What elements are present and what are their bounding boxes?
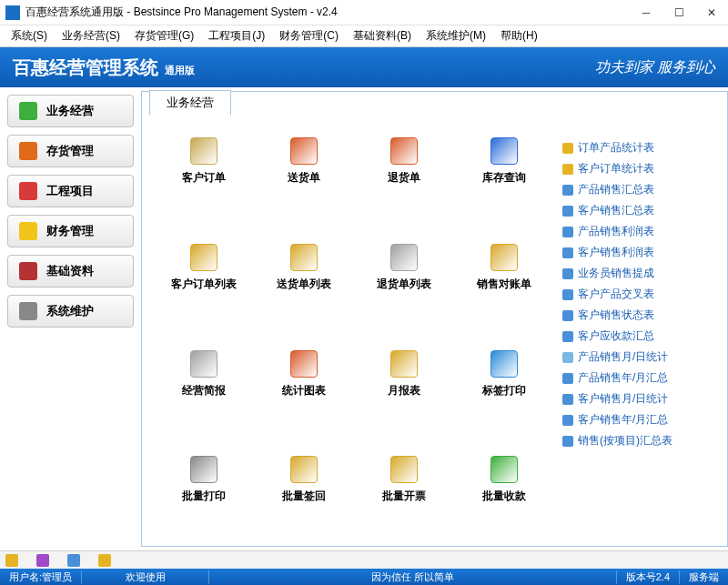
report-7[interactable]: 客户产品交叉表 — [562, 284, 685, 305]
report-icon — [562, 247, 573, 258]
minimize-button[interactable]: ─ — [630, 0, 662, 25]
report-12[interactable]: 客户销售月/日统计 — [562, 388, 685, 409]
report-label: 产品销售月/日统计 — [578, 349, 668, 365]
report-14[interactable]: 销售(按项目)汇总表 — [562, 430, 685, 451]
func-11[interactable]: 标签打印 — [459, 350, 550, 431]
report-2[interactable]: 产品销售汇总表 — [562, 179, 685, 200]
menu-item-4[interactable]: 财务管理(C) — [272, 26, 346, 45]
report-label: 业务员销售提成 — [578, 266, 654, 281]
nav-3[interactable]: 财务管理 — [7, 215, 134, 247]
func-5[interactable]: 送货单列表 — [258, 244, 349, 325]
func-6[interactable]: 退货单列表 — [359, 244, 450, 325]
report-label: 销售(按项目)汇总表 — [578, 433, 672, 449]
func-icon — [290, 137, 318, 165]
func-label: 退货单列表 — [377, 277, 431, 292]
report-label: 客户销售月/日统计 — [578, 391, 668, 407]
func-label: 客户订单列表 — [171, 277, 237, 292]
report-10[interactable]: 产品销售月/日统计 — [562, 347, 685, 368]
func-icon — [190, 244, 217, 271]
nav-5[interactable]: 系统维护 — [7, 295, 134, 328]
nav-2[interactable]: 工程项目 — [7, 175, 134, 207]
report-icon — [562, 268, 573, 279]
nav-label: 业务经营 — [46, 103, 94, 119]
app-icon — [5, 5, 20, 20]
func-14[interactable]: 批量开票 — [359, 456, 450, 537]
report-1[interactable]: 客户订单统计表 — [562, 158, 685, 179]
menu-item-7[interactable]: 帮助(H) — [493, 26, 545, 45]
func-icon — [190, 137, 217, 165]
func-4[interactable]: 客户订单列表 — [158, 244, 249, 325]
report-label: 产品销售汇总表 — [578, 182, 654, 197]
tool-3-icon[interactable] — [67, 554, 80, 567]
close-button[interactable]: ✕ — [695, 0, 728, 25]
func-7[interactable]: 销售对账单 — [459, 244, 550, 325]
report-icon — [562, 164, 573, 175]
nav-icon — [19, 302, 37, 320]
main-content: 业务经营 客户订单送货单退货单库存查询客户订单列表送货单列表退货单列表销售对账单… — [141, 91, 728, 547]
nav-icon — [19, 102, 37, 120]
func-label: 送货单列表 — [277, 277, 331, 292]
report-label: 客户订单统计表 — [578, 161, 654, 177]
nav-label: 存货管理 — [46, 143, 94, 159]
func-15[interactable]: 批量收款 — [459, 456, 550, 537]
menu-item-3[interactable]: 工程项目(J) — [201, 26, 272, 45]
menu-item-5[interactable]: 基础资料(B) — [346, 26, 419, 45]
func-icon — [490, 244, 518, 271]
tab-business[interactable]: 业务经营 — [149, 90, 231, 116]
report-icon — [562, 394, 573, 405]
nav-4[interactable]: 基础资料 — [7, 255, 134, 287]
status-welcome: 欢迎使用 — [82, 570, 209, 584]
func-10[interactable]: 月报表 — [359, 350, 450, 431]
func-1[interactable]: 送货单 — [258, 137, 349, 218]
report-label: 产品销售年/月汇总 — [578, 370, 668, 386]
maximize-button[interactable]: ☐ — [662, 0, 695, 25]
func-label: 批量开票 — [382, 489, 426, 504]
nav-0[interactable]: 业务经营 — [7, 95, 134, 127]
func-icon — [390, 456, 418, 483]
menu-item-1[interactable]: 业务经营(S) — [55, 26, 127, 45]
status-user: 用户名:管理员 — [0, 570, 82, 584]
func-icon — [390, 244, 418, 271]
func-label: 批量收款 — [482, 489, 526, 504]
report-icon — [562, 415, 573, 426]
tool-4-icon[interactable] — [98, 554, 111, 567]
func-label: 批量签回 — [282, 489, 326, 504]
func-8[interactable]: 经营简报 — [158, 350, 249, 431]
report-4[interactable]: 产品销售利润表 — [562, 221, 685, 242]
func-13[interactable]: 批量签回 — [258, 456, 349, 537]
func-icon — [290, 456, 318, 483]
report-3[interactable]: 客户销售汇总表 — [562, 200, 685, 221]
func-3[interactable]: 库存查询 — [459, 137, 550, 218]
report-13[interactable]: 客户销售年/月汇总 — [562, 409, 685, 430]
nav-label: 工程项目 — [46, 183, 94, 199]
menu-item-0[interactable]: 系统(S) — [4, 26, 55, 45]
menu-item-6[interactable]: 系统维护(M) — [419, 26, 493, 45]
func-0[interactable]: 客户订单 — [158, 137, 249, 218]
func-9[interactable]: 统计图表 — [258, 350, 349, 431]
report-icon — [562, 289, 573, 300]
status-motto: 因为信任 所以简单 — [209, 570, 617, 584]
menu-item-2[interactable]: 存货管理(G) — [127, 26, 201, 45]
func-2[interactable]: 退货单 — [359, 137, 450, 218]
func-label: 退货单 — [388, 170, 420, 186]
report-8[interactable]: 客户销售状态表 — [562, 305, 685, 326]
func-label: 库存查询 — [482, 170, 526, 186]
tool-2-icon[interactable] — [36, 554, 49, 567]
report-icon — [562, 331, 573, 342]
report-0[interactable]: 订单产品统计表 — [562, 137, 685, 158]
tool-1-icon[interactable] — [5, 554, 18, 567]
report-6[interactable]: 业务员销售提成 — [562, 263, 685, 284]
banner: 百惠经营管理系统 通用版 功夫到家 服务到心 — [0, 47, 728, 87]
report-label: 订单产品统计表 — [578, 140, 654, 156]
nav-1[interactable]: 存货管理 — [7, 135, 134, 167]
window-title: 百惠经营系统通用版 - Bestsince Pro Management Sys… — [25, 5, 630, 20]
func-12[interactable]: 批量打印 — [158, 456, 249, 537]
func-icon — [290, 350, 318, 378]
report-5[interactable]: 客户销售利润表 — [562, 242, 685, 263]
slogan: 功夫到家 服务到心 — [595, 58, 715, 77]
report-label: 客户销售状态表 — [578, 308, 654, 323]
report-11[interactable]: 产品销售年/月汇总 — [562, 368, 685, 388]
report-9[interactable]: 客户应收款汇总 — [562, 326, 685, 347]
report-icon — [562, 373, 573, 384]
status-bar: 用户名:管理员 欢迎使用 因为信任 所以简单 版本号2.4 服务端 — [0, 569, 728, 585]
